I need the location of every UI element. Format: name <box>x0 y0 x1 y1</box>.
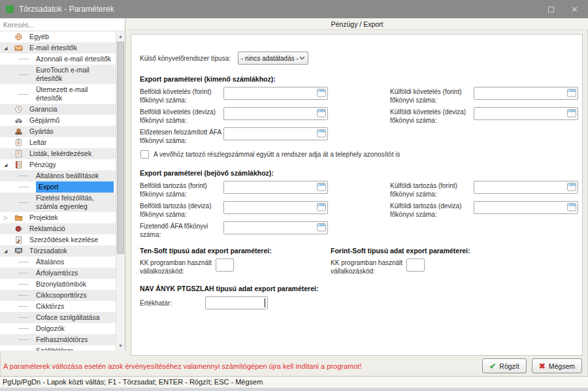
tree-line <box>18 74 29 75</box>
expander-icon[interactable]: ▷ <box>4 215 12 221</box>
ledger-number-input[interactable] <box>474 181 578 194</box>
tree-item[interactable]: Fizetési felszólítás, számla egyenleg <box>0 193 116 212</box>
ledger-number-input[interactable] <box>474 87 578 100</box>
expander-icon[interactable]: ◢ <box>4 249 12 254</box>
nav-anyk-title: NAV ÁNYK PTGSZLAH típusú adat export par… <box>140 285 582 292</box>
tree-item[interactable]: Általános <box>0 257 116 268</box>
tree-item-label: EuroTouch e-mail értesítők <box>36 65 114 84</box>
factory-icon <box>12 127 25 136</box>
tree-item[interactable]: Egyéb <box>0 31 116 42</box>
tree-item-label: Coface szolgáltatása <box>36 312 114 323</box>
scroll-down-icon[interactable]: ▼ <box>116 341 125 351</box>
tree-line <box>18 284 29 285</box>
forintsoft-company-code-input[interactable] <box>406 258 425 272</box>
tree-item[interactable]: ▷Projektek <box>0 212 116 223</box>
tree-item[interactable]: Szállítótörzs <box>0 345 116 351</box>
tree-item-label: Általános <box>36 257 114 268</box>
tree-item[interactable]: Árfolyamtörzs <box>0 268 116 279</box>
scroll-up-icon[interactable]: ▲ <box>116 31 125 41</box>
incoming-section-title: Export paraméterei (bejövő számlákhoz): <box>140 169 582 177</box>
lookup-icon[interactable] <box>317 223 326 232</box>
lookup-icon[interactable] <box>317 183 326 191</box>
ledger-number-input[interactable] <box>223 87 328 100</box>
ledger-number-field <box>474 107 578 120</box>
ledger-number-input[interactable] <box>474 107 578 120</box>
expander-icon[interactable]: ◢ <box>4 163 12 168</box>
tree-item[interactable]: EuroTouch e-mail értesítők <box>0 65 116 84</box>
lookup-icon[interactable] <box>317 203 326 211</box>
tree-item[interactable]: Azonnali e-mail értesítők <box>0 54 116 65</box>
close-icon[interactable]: ✕ <box>571 5 578 14</box>
tree-item[interactable]: Bizonylattömbök <box>0 279 116 290</box>
tree-item[interactable]: Coface szolgáltatása <box>0 312 116 323</box>
tree-item[interactable]: Cikktörzs <box>0 301 116 312</box>
tree-item-label: Reklamáció <box>29 223 114 234</box>
tree-scrollbar[interactable]: ▲ ▼ <box>116 31 125 351</box>
tree-item[interactable]: Gyártás <box>0 126 116 137</box>
ledger-number-input[interactable] <box>223 107 328 120</box>
ledger-icon <box>12 161 25 169</box>
tree-item[interactable]: Garancia <box>0 104 116 115</box>
lookup-icon[interactable] <box>567 183 576 191</box>
lookup-icon[interactable] <box>567 203 576 211</box>
tree-item[interactable]: Leltár <box>0 137 116 148</box>
site-id-checkbox[interactable] <box>140 150 149 159</box>
tree-item[interactable]: ◢Törzsadatok <box>0 245 116 257</box>
ledger-number-field <box>474 201 578 214</box>
clipboard-icon <box>12 138 25 147</box>
lookup-icon[interactable] <box>567 89 576 97</box>
search-input[interactable] <box>0 18 125 31</box>
tree-item[interactable]: Felhasználótörzs <box>0 334 116 345</box>
ledger-number-field <box>223 127 328 140</box>
tensoft-section: Ten-Soft típusú adat export paraméterei:… <box>140 247 331 275</box>
lookup-icon[interactable] <box>317 109 326 117</box>
tree-item[interactable]: Cikkcsoporttörzs <box>0 290 116 301</box>
tree-item[interactable]: Szerződések kezelése <box>0 234 116 245</box>
save-button[interactable]: ✔ Rögzít <box>482 358 526 373</box>
ledger-number-input[interactable] <box>474 201 578 214</box>
tree-item-label: Bizonylattömbök <box>36 279 114 290</box>
tensoft-company-code-input[interactable] <box>216 258 234 272</box>
clock-icon <box>12 105 25 114</box>
tree-item-label: Cikkcsoporttörzs <box>36 290 114 301</box>
accounting-system-select[interactable]: - nincs adatátadás - <box>238 52 308 65</box>
window-title: Törzsadatok - Paraméterek <box>19 5 114 14</box>
forintsoft-title: Forint-Soft típusú adat export paraméter… <box>331 247 521 255</box>
tree-item[interactable]: Listák, lekérdezések <box>0 148 116 159</box>
value-limit-input[interactable] <box>205 296 268 309</box>
globe-icon <box>12 33 25 41</box>
tree-item[interactable]: ◢E-mail értesítők <box>0 42 116 54</box>
forintsoft-field-label: KK programban használt vállalkozáskód: <box>331 258 404 275</box>
lookup-icon[interactable] <box>317 129 326 138</box>
tree-line <box>18 187 29 187</box>
tree-item[interactable]: Dolgozók <box>0 323 116 334</box>
expander-icon[interactable]: ◢ <box>4 46 12 51</box>
tree-line <box>18 262 29 262</box>
tree-item[interactable]: Ütemezett e-mail értesítők <box>0 84 116 104</box>
tree-item-label: Gépjármű <box>29 115 114 126</box>
tree-item-label: Azonnali e-mail értesítők <box>36 54 114 65</box>
ledger-number-input[interactable] <box>223 181 328 194</box>
accounting-system-label: Külső könyvelőrendszer típusa: <box>140 55 238 62</box>
tree-line <box>18 317 29 318</box>
settings-panel: Külső könyvelőrendszer típusa: - nincs a… <box>131 34 583 356</box>
lookup-icon[interactable] <box>567 109 576 117</box>
tree-item[interactable]: Általános beállítások <box>0 170 116 181</box>
tree-item[interactable]: Gépjármű <box>0 115 116 126</box>
tree-item-label: E-mail értesítők <box>29 42 114 54</box>
lookup-icon[interactable] <box>317 89 326 97</box>
tree-line <box>18 94 29 95</box>
tree-item[interactable]: ◢Pénzügy <box>0 159 116 170</box>
ledger-number-input[interactable] <box>223 127 328 140</box>
ledger-number-input[interactable] <box>223 221 328 234</box>
tree-item-label: Szállítótörzs <box>36 345 114 351</box>
field-label: Belföldi tartozás (deviza) főkönyvi szám… <box>140 201 223 219</box>
tree-item[interactable]: Export <box>0 181 116 193</box>
scrollbar-thumb[interactable] <box>117 42 124 254</box>
ledger-number-input[interactable] <box>223 201 328 214</box>
tree-item[interactable]: Reklamáció <box>0 223 116 234</box>
restart-warning: A paraméterek változása esetén azok érvé… <box>3 362 361 370</box>
maximize-icon[interactable] <box>548 7 554 12</box>
cancel-button[interactable]: ✖ Mégsem <box>532 358 582 373</box>
x-icon: ✖ <box>539 362 546 371</box>
